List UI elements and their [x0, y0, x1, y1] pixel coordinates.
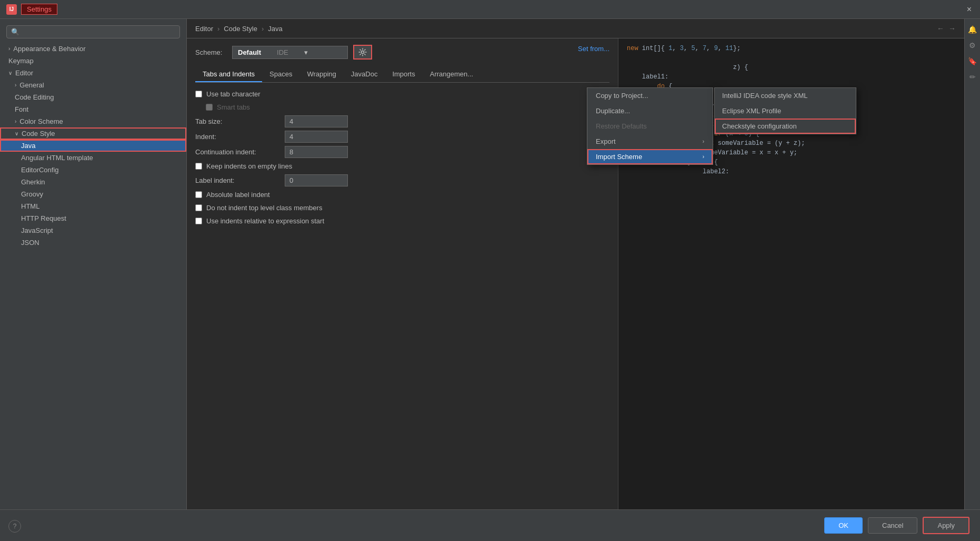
chevron-right-icon: ›: [8, 46, 10, 52]
sidebar-item-label: Keymap: [8, 57, 34, 65]
tab-spaces[interactable]: Spaces: [262, 67, 299, 82]
apply-button[interactable]: Apply: [923, 517, 969, 534]
continuation-indent-input[interactable]: 8: [285, 146, 348, 158]
label-indent-row: Label indent: 0: [195, 174, 609, 186]
sidebar-item-javascript[interactable]: JavaScript: [0, 224, 186, 237]
gear-button[interactable]: [353, 45, 372, 60]
label-indent-input[interactable]: 0: [285, 174, 348, 186]
settings-panel: Set from... Scheme: Default IDE ▾: [187, 38, 618, 509]
content-area: Editor › Code Style › Java ← → Set from.…: [187, 19, 964, 509]
title-bar: IJ Settings ×: [0, 0, 980, 19]
indent-label: Indent:: [195, 133, 279, 141]
sidebar-item-label: Angular HTML template: [21, 154, 93, 162]
indent-input[interactable]: 4: [285, 131, 348, 143]
gear-small-icon[interactable]: ⚙: [966, 39, 979, 52]
sidebar-item-json[interactable]: JSON: [0, 237, 186, 249]
continuation-indent-label: Continuation indent:: [195, 148, 279, 156]
scheme-label: Scheme:: [195, 48, 227, 56]
sidebar-item-groovy[interactable]: Groovy: [0, 188, 186, 200]
code-line: label2:: [627, 167, 956, 176]
sidebar-item-editorconfig[interactable]: EditorConfig: [0, 164, 186, 176]
ok-button[interactable]: OK: [824, 517, 863, 534]
scheme-dropdown[interactable]: Default IDE ▾: [232, 46, 348, 59]
use-tab-character-checkbox[interactable]: [195, 91, 202, 97]
use-tab-character-row: Use tab character: [195, 89, 609, 99]
sidebar-item-label: Code Style: [22, 130, 55, 137]
cancel-button[interactable]: Cancel: [868, 517, 917, 534]
use-indents-relative-checkbox[interactable]: [195, 218, 202, 224]
tab-javadoc[interactable]: JavaDoc: [344, 67, 385, 82]
dropdown-duplicate[interactable]: Duplicate...: [587, 103, 713, 119]
dropdown-copy-to-project[interactable]: Copy to Project...: [587, 88, 713, 103]
dropdown-item-label: Import Scheme: [596, 153, 642, 161]
forward-icon[interactable]: →: [948, 24, 956, 33]
tab-imports[interactable]: Imports: [385, 67, 422, 82]
do-not-indent-checkbox[interactable]: [195, 204, 202, 211]
sidebar-item-label: Code Editing: [15, 93, 54, 101]
submenu-arrow-icon: ›: [703, 154, 704, 160]
sidebar-item-code-editing[interactable]: Code Editing: [0, 91, 186, 103]
submenu-arrow-icon: ›: [703, 139, 704, 144]
main-container: 🔍 › Appearance & Behavior Keymap ∨ Edito…: [0, 19, 980, 509]
sidebar-item-label: General: [19, 81, 44, 89]
keep-indents-row: Keep indents on empty lines: [195, 161, 609, 171]
sidebar-item-editor[interactable]: ∨ Editor: [0, 67, 186, 79]
chevron-right-icon: ›: [15, 119, 16, 124]
sidebar-item-label: JavaScript: [21, 227, 53, 234]
sidebar-item-label: Editor: [15, 69, 33, 77]
continuation-indent-row: Continuation indent: 8: [195, 146, 609, 158]
chevron-down-icon: ∨: [15, 131, 18, 136]
search-icon: 🔍: [11, 28, 19, 36]
dropdown-import-scheme[interactable]: Import Scheme ›: [587, 149, 713, 164]
sidebar-item-gherkin[interactable]: Gherkin: [0, 176, 186, 188]
submenu-checkstyle[interactable]: Checkstyle configuration: [715, 119, 856, 134]
tab-size-input[interactable]: 4: [285, 115, 348, 127]
dropdown-export[interactable]: Export ›: [587, 134, 713, 149]
scheme-row: Scheme: Default IDE ▾: [195, 45, 609, 60]
back-icon[interactable]: ←: [937, 24, 944, 33]
breadcrumb-sep-2: ›: [262, 25, 264, 33]
brush-icon[interactable]: ✏: [966, 71, 979, 83]
breadcrumb-java: Java: [268, 25, 282, 33]
tab-wrapping[interactable]: Wrapping: [299, 67, 343, 82]
keep-indents-checkbox[interactable]: [195, 163, 202, 170]
absolute-label-indent-row: Absolute label indent: [195, 190, 609, 200]
use-tab-character-label: Use tab character: [206, 90, 261, 98]
scheme-name: Default: [238, 48, 261, 56]
tab-tabs-and-indents[interactable]: Tabs and Indents: [195, 67, 262, 82]
code-line: z) {: [627, 63, 956, 72]
sidebar-item-label: Color Scheme: [19, 117, 63, 125]
sidebar-item-code-style[interactable]: ∨ Code Style: [0, 127, 186, 140]
tab-size-label: Tab size:: [195, 117, 279, 125]
submenu-eclipse-xml[interactable]: Eclipse XML Profile: [715, 103, 856, 119]
set-from-link[interactable]: Set from...: [578, 45, 609, 53]
code-line: [627, 53, 956, 63]
sidebar-item-label: Appearance & Behavior: [13, 45, 85, 53]
chevron-down-icon: ∨: [8, 70, 12, 76]
dropdown-item-label: Copy to Project...: [596, 92, 648, 100]
sidebar-item-html[interactable]: HTML: [0, 200, 186, 212]
sidebar-item-general[interactable]: › General: [0, 79, 186, 91]
smart-tabs-row: Smart tabs: [195, 102, 609, 112]
close-button[interactable]: ×: [967, 5, 972, 14]
search-box[interactable]: 🔍: [6, 25, 180, 38]
tab-arrangement[interactable]: Arrangemen...: [423, 67, 481, 82]
sidebar-item-font[interactable]: Font: [0, 103, 186, 115]
sidebar-item-java[interactable]: Java: [0, 140, 186, 152]
label-indent-label: Label indent:: [195, 176, 279, 184]
submenu-intellij-xml[interactable]: IntelliJ IDEA code style XML: [715, 88, 856, 103]
absolute-label-indent-checkbox[interactable]: [195, 191, 202, 198]
right-toolbar: 🔔 ⚙ 🔖 ✏: [964, 19, 980, 509]
sidebar-item-http-request[interactable]: HTTP Request: [0, 212, 186, 224]
sidebar-item-label: EditorConfig: [21, 166, 59, 174]
sidebar-item-angular[interactable]: Angular HTML template: [0, 152, 186, 164]
bookmark-icon[interactable]: 🔖: [966, 55, 979, 67]
search-input[interactable]: [23, 28, 175, 36]
sidebar-item-appearance-behavior[interactable]: › Appearance & Behavior: [0, 43, 186, 55]
tabs-row: Tabs and Indents Spaces Wrapping JavaDoc…: [195, 67, 609, 83]
submenu: IntelliJ IDEA code style XML Eclipse XML…: [714, 87, 856, 134]
sidebar-item-keymap[interactable]: Keymap: [0, 55, 186, 67]
bell-icon[interactable]: 🔔: [966, 23, 979, 36]
smart-tabs-checkbox[interactable]: [206, 104, 213, 111]
sidebar-item-color-scheme[interactable]: › Color Scheme: [0, 115, 186, 127]
